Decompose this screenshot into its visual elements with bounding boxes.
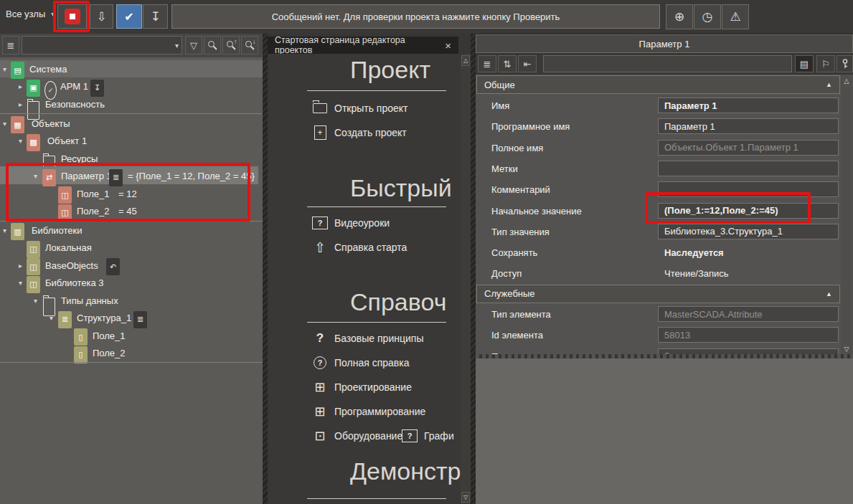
tree-view-button[interactable]: ≣ — [2, 36, 19, 54]
deploy-button[interactable]: ↧ — [143, 4, 168, 29]
prop-value-input[interactable]: Библиотека_3.Структура_1 — [658, 224, 839, 239]
chevron-right-icon[interactable]: ▸ — [19, 95, 22, 113]
section-label: Служебные — [484, 288, 535, 299]
scroll-down-button[interactable]: ▽ — [461, 492, 470, 503]
tree-item-libraries[interactable]: ▾ ▥ Библиотеки — [0, 222, 263, 239]
splitter[interactable] — [263, 34, 268, 504]
scroll-up-button[interactable]: △ — [461, 55, 470, 66]
prop-value-input[interactable]: (Поле_1:=12,Поле_2:=45) — [658, 203, 839, 219]
start-page-scrollbar[interactable]: △ ▽ — [461, 54, 471, 504]
open-project-link[interactable]: Открыть проект — [311, 98, 408, 118]
search-button[interactable] — [204, 36, 221, 54]
warning-icon: ⚠ — [730, 9, 740, 24]
tree-item-local-library[interactable]: ◫ Локальная — [0, 239, 263, 257]
splitter[interactable] — [471, 34, 476, 504]
design-help-link[interactable]: ⊞ Проектирование — [311, 377, 412, 397]
chevron-right-icon[interactable]: ▸ — [19, 78, 22, 95]
prop-value-readonly: 58013 — [658, 327, 839, 343]
key-button[interactable] — [836, 55, 853, 72]
close-icon[interactable]: × — [445, 39, 451, 52]
tree-item-datatypes[interactable]: ▾ Типы данных — [0, 292, 263, 309]
collapse-caret-icon[interactable]: ▲ — [826, 290, 832, 298]
top-toolbar: Все узлы ▾ ⇩ ✔ ↧ Сообщений нет. Для пров… — [0, 0, 853, 35]
sort-button[interactable]: ⇅ — [498, 55, 517, 72]
search-up-button[interactable]: ↑ — [222, 36, 240, 54]
tree-item-library3[interactable]: ▾ ◫ Библиотека 3 — [0, 275, 263, 292]
add-message-button[interactable]: ⊕ — [666, 4, 693, 29]
section-general[interactable]: Общие ▲ — [476, 75, 840, 94]
view-rows-button[interactable]: ▤ — [795, 55, 814, 72]
deploy-badge-icon: ↧ — [90, 80, 104, 97]
collapse-all-button[interactable]: ⇤ — [518, 55, 537, 72]
tree-item-system[interactable]: ▾ ▤ Система — [0, 60, 263, 77]
full-help-link[interactable]: ? Полная справка — [311, 353, 410, 373]
tree-item-baseobjects[interactable]: ▸ ◫ BaseObjects ↶ — [0, 257, 263, 274]
tree-item-security[interactable]: ▸ Безопасность — [0, 95, 263, 113]
tree-item-resources[interactable]: Ресурсы — [0, 150, 263, 167]
prop-value-input[interactable]: Параметр 1 — [658, 118, 839, 134]
prop-label: Начальное значение — [491, 201, 582, 222]
prop-label: Доступ — [491, 263, 522, 284]
chevron-down-icon[interactable]: ▾ — [50, 310, 53, 327]
tree-toolbar: ≣ ▾ ▽ ↑ ↓ — [0, 34, 263, 57]
tree-item-pole2[interactable]: ◫ Поле_2 = 45 — [0, 203, 263, 220]
chevron-down-icon[interactable]: ▾ — [34, 292, 37, 309]
chevron-down-icon[interactable]: ▾ — [3, 115, 6, 132]
node-filter-select[interactable]: Все узлы ▾ — [6, 9, 55, 19]
prop-value-input[interactable]: Параметр 1 — [658, 98, 839, 113]
chevron-down-icon[interactable]: ▾ — [19, 275, 22, 292]
stop-button[interactable] — [57, 4, 87, 29]
tree-item-lib-pole2[interactable]: ▯ Поле_2 — [0, 345, 263, 362]
collapse-caret-icon[interactable]: ▲ — [826, 81, 832, 88]
chevron-right-icon[interactable]: ▸ — [19, 257, 22, 274]
prop-value-input[interactable] — [658, 161, 839, 176]
flag-button[interactable]: ⚐ — [816, 55, 835, 72]
scroll-up-button[interactable]: △ — [842, 76, 852, 86]
search-down-button[interactable]: ↓ — [241, 36, 258, 54]
tab-start-page[interactable]: Стартовая страница редактора проектов × — [268, 37, 458, 54]
prop-value-input[interactable] — [658, 181, 839, 197]
link-label: Создать проект — [334, 127, 407, 138]
tree-item-parameter1[interactable]: ▾ ⇄ Параметр 1 ≣ = {Поле_1 = 12, Поле_2 … — [0, 168, 263, 185]
deferred-messages-button[interactable]: ◷ — [694, 4, 721, 29]
tree-search-input[interactable]: ▾ — [22, 36, 182, 54]
new-document-icon: + — [311, 125, 329, 140]
divider — [307, 498, 446, 499]
basics-link[interactable]: ? Базовые принципы — [311, 328, 423, 348]
check-project-button[interactable]: ✔ — [116, 4, 142, 29]
tree-item-label: Локальная — [45, 239, 92, 257]
programming-help-link[interactable]: ⊞ Программирование — [311, 401, 425, 422]
categorize-button[interactable]: ≣ — [478, 55, 496, 72]
start-help-link[interactable]: ⇧ Справка старта — [311, 237, 407, 257]
prop-row-comment: Комментарий — [476, 179, 841, 200]
prop-row-persist: Сохранять Наследуется — [476, 242, 841, 263]
tree-item-object1[interactable]: ▾ ▩ Объект 1 — [0, 133, 263, 150]
graphics-help-link[interactable]: ? Графи — [400, 426, 454, 446]
chevron-down-icon: ▾ — [51, 10, 55, 18]
tree-item-structure1[interactable]: ▾ ≣ Структура_1 ≣ — [0, 310, 263, 327]
prop-value-input[interactable]: Чтение/Запись — [658, 265, 839, 281]
download-button[interactable]: ⇩ — [90, 4, 113, 29]
chevron-down-icon[interactable]: ▾ — [3, 60, 6, 77]
property-grid-scrollbar[interactable]: △ ▽ — [841, 75, 852, 357]
filter-icon: ▽ — [190, 40, 197, 51]
tree-item-value: = 45 — [118, 203, 137, 220]
tree-item-pole1[interactable]: ◫ Поле_1 = 12 — [0, 185, 263, 202]
video-lessons-link[interactable]: ? Видеоуроки — [311, 213, 390, 233]
chevron-down-icon[interactable]: ▾ — [19, 133, 22, 150]
create-project-link[interactable]: + Создать проект — [311, 123, 407, 143]
parameter-icon: ⇄ — [42, 169, 56, 186]
chevron-down-icon[interactable]: ▾ — [34, 168, 37, 185]
hardware-help-link[interactable]: ⊡ Оборудование — [311, 426, 402, 446]
properties-search-input[interactable] — [543, 55, 792, 72]
chevron-down-icon: ▾ — [175, 42, 179, 49]
tree-item-objects[interactable]: ▾ ▦ Объекты — [0, 115, 263, 132]
chevron-down-icon[interactable]: ▾ — [3, 222, 6, 239]
prop-value-input[interactable]: Наследуется — [658, 244, 839, 260]
section-service[interactable]: Служебные ▲ — [476, 285, 840, 303]
filter-button[interactable]: ▽ — [185, 36, 202, 54]
warnings-button[interactable]: ⚠ — [722, 4, 749, 29]
scroll-down-button[interactable]: ▽ — [842, 344, 852, 354]
tree-item-arm1[interactable]: ▸ ▣ ✓ АРМ 1 ↧ — [0, 78, 263, 95]
tree-item-lib-pole1[interactable]: ▯ Поле_1 — [0, 327, 263, 344]
